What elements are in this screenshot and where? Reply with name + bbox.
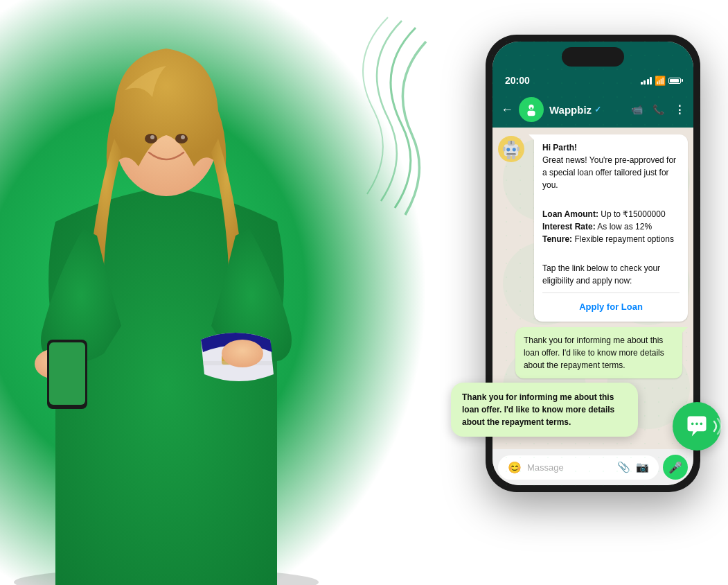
svg-point-12 [222,340,263,367]
back-button[interactable]: ← [501,103,513,117]
loan-amount-value: Up to ₹15000000 [601,209,665,219]
svg-rect-14 [528,111,535,116]
tenure-value: Flexible repayment options [574,234,673,244]
video-call-icon[interactable]: 📹 [631,104,643,115]
message-input-field[interactable]: 😊 Massage 📎 📷 [498,455,659,480]
signal-icon [641,77,652,85]
header-actions: 📹 📞 ⋮ [631,103,685,116]
voice-call-icon[interactable]: 📞 [652,104,664,115]
interest-value: As low as 12% [597,222,652,232]
user-message-bubble: Thank you for informing me about this lo… [515,327,682,378]
attachment-icon[interactable]: 📎 [617,461,630,473]
mic-icon: 🎤 [668,461,682,474]
bot-message-container: Hi Parth! Great news! You're pre-approve… [498,134,688,322]
greeting-text: Hi Parth! [542,143,577,152]
dynamic-island [562,47,624,67]
battery-icon [668,78,681,84]
bot-message-bubble: Hi Parth! Great news! You're pre-approve… [534,134,688,322]
apply-for-loan-link[interactable]: Apply for Loan [542,299,680,315]
svg-rect-25 [512,155,515,159]
svg-rect-21 [506,153,516,155]
loan-amount-label: Loan Amount: [542,209,598,219]
input-icons: 📎 📷 [617,461,649,473]
wifi-icon: 📶 [655,76,666,86]
bot-avatar [498,136,524,162]
contact-info: Wappbiz ✓ [549,104,625,116]
contact-avatar [519,97,544,122]
bubble-divider [542,292,680,293]
chat-header: ← Wappbiz ✓ 📹 📞 [492,91,693,128]
svg-point-15 [531,107,533,110]
svg-point-28 [700,423,703,426]
floating-bubble-text: Thank you for informing me about this lo… [462,391,627,428]
contact-name: Wappbiz ✓ [549,104,625,116]
emoji-button[interactable]: 😊 [508,461,522,474]
svg-point-5 [150,135,154,139]
chat-input-bar: 😊 Massage 📎 📷 🎤 [492,449,693,485]
svg-point-6 [181,135,185,139]
loan-details: Loan Amount: Up to ₹15000000 Interest Ra… [542,208,680,245]
verified-badge: ✓ [594,105,601,114]
status-icons: 📶 [641,76,682,86]
svg-point-19 [506,148,510,151]
camera-icon[interactable]: 📷 [636,461,649,473]
bot-message-text: Hi Parth! Great news! You're pre-approve… [542,141,680,287]
svg-rect-22 [503,147,505,152]
floating-chat-bubble: Thank you for informing me about this lo… [451,383,638,437]
svg-rect-24 [507,155,511,159]
svg-point-20 [513,148,516,151]
floating-chat-icon [673,402,721,451]
svg-rect-23 [517,147,520,152]
menu-icon[interactable]: ⋮ [674,103,685,116]
phone-container: 20:00 📶 ← [486,35,707,506]
cta-text: Tap the link below to check your eligibi… [542,263,660,286]
svg-point-26 [691,423,694,426]
intro-text: Great news! You're pre-approved for a sp… [542,155,676,190]
mic-button[interactable]: 🎤 [663,455,688,480]
interest-label: Interest Rate: [542,222,596,232]
user-message-text: Thank you for informing me about this lo… [524,334,674,372]
svg-rect-9 [49,342,85,405]
status-time: 20:00 [505,75,530,86]
message-placeholder: Massage [527,462,612,473]
person-figure [0,0,374,585]
svg-point-27 [695,423,698,426]
tenure-label: Tenure: [542,234,572,244]
